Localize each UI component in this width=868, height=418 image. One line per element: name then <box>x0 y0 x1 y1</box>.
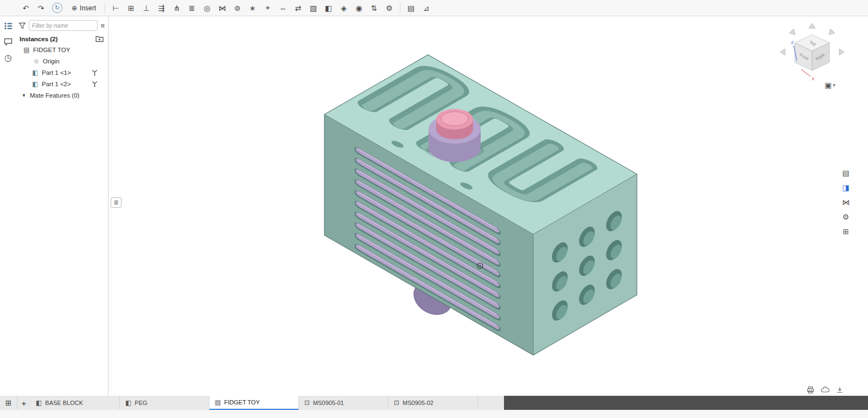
bom-icon[interactable]: ▤ <box>404 1 418 15</box>
tree-item-label: Origin <box>43 58 60 65</box>
part-icon: ◧ <box>31 80 39 88</box>
toolbar-separator <box>400 3 400 13</box>
tree-item-assembly-root[interactable]: ▤ FIDGET TOY <box>16 44 108 55</box>
tab-ms0905-02[interactable]: ⊡ MS0905-02 <box>388 396 478 410</box>
snapshot-icon[interactable]: ⌖ <box>260 1 275 15</box>
insert-icon: ⊕ <box>72 4 77 12</box>
toolbar-separator <box>105 3 105 13</box>
filter-by-name-input[interactable] <box>29 20 98 31</box>
configurations-icon[interactable]: ⚙ <box>382 1 397 15</box>
tree-item-label: Part 1 <2> <box>42 81 71 87</box>
appearance-panel-icon[interactable]: ◨ <box>839 182 852 194</box>
assembly-model[interactable] <box>324 55 637 355</box>
view-cube-arrow-upleft[interactable] <box>789 29 795 35</box>
tree-item-mate-features[interactable]: ▾ Mate Features (0) <box>16 89 108 101</box>
tree-item-label: FIDGET TOY <box>33 47 70 53</box>
group-icon[interactable]: ⊞ <box>124 1 138 15</box>
linear-pattern-icon[interactable]: ≣ <box>184 1 199 15</box>
redo-icon[interactable]: ↷ <box>34 1 48 15</box>
instances-label: Instances (2) <box>20 36 58 42</box>
3d-viewport[interactable]: Top Front Right Z X <box>108 16 868 396</box>
x-axis-label: X <box>812 76 815 81</box>
add-tab-button[interactable]: + <box>17 396 30 410</box>
part-studio-icon: ◧ <box>125 399 131 407</box>
tree-item-origin[interactable]: ◎ Origin <box>16 55 108 67</box>
configurations-panel-icon[interactable]: ⚙ <box>839 211 852 223</box>
tab-fidget-toy[interactable]: ▤ FIDGET TOY <box>209 396 299 410</box>
tab-peg[interactable]: ◧ PEG <box>120 396 209 410</box>
sync-glyph: ↻ <box>55 4 60 11</box>
drag-icon[interactable]: ⇔ <box>276 1 290 15</box>
tab-bar-filler <box>478 396 504 410</box>
tree-item-label: Part 1 <1> <box>42 69 71 76</box>
mate-connector-icon[interactable]: ⋔ <box>169 1 184 15</box>
instances-panel: ≡ Instances (2) ▤ FIDGET TOY ◎ Origin ◧ … <box>16 16 108 396</box>
assembly-instances-icon[interactable] <box>2 20 14 32</box>
view-cube-arrow-up[interactable] <box>809 23 815 28</box>
tab-label: BASE BLOCK <box>45 400 83 406</box>
sync-icon[interactable]: ↻ <box>52 3 62 13</box>
view-cube-arrow-right[interactable] <box>839 49 844 55</box>
tab-ms0905-01[interactable]: ⊡ MS0905-01 <box>299 396 388 410</box>
tree-item-label: Mate Features (0) <box>30 92 79 99</box>
instances-header: Instances (2) <box>16 34 108 44</box>
drawing-icon: ⊡ <box>394 399 399 407</box>
tree-item-part-1-1[interactable]: ◧ Part 1 <1> <box>16 67 108 78</box>
mate-icon[interactable]: ⊢ <box>108 1 123 15</box>
tab-label: MS0905-02 <box>403 400 433 406</box>
z-axis-label: Z <box>791 40 794 45</box>
view-cube: Top Front Right Z X <box>780 23 844 81</box>
origin-icon: ◎ <box>33 58 40 64</box>
download-icon[interactable] <box>835 385 844 394</box>
section-view-icon[interactable]: ◧ <box>321 1 336 15</box>
mate-connector-icon[interactable] <box>91 69 98 76</box>
assembly-toolbar: ↶ ↷ ↻ ⊕ Insert ⊢ ⊞ ⊥ ⇶ ⋔ ≣ ◎ ⋈ ⊚ ∗ ⌖ ⇔ ⇄… <box>0 0 868 16</box>
list-view-options-icon[interactable]: ≡ <box>100 22 105 30</box>
view-cube-arrow-left[interactable] <box>780 49 785 55</box>
tables-panel-icon[interactable]: ⊞ <box>839 226 852 237</box>
mirror-icon[interactable]: ⋈ <box>215 1 229 15</box>
tree-item-part-1-2[interactable]: ◧ Part 1 <2> <box>16 78 108 89</box>
circular-pattern-icon[interactable]: ◎ <box>200 1 214 15</box>
animate-icon[interactable]: ⇄ <box>291 1 305 15</box>
tree-flyout-toggle[interactable]: ≣ <box>111 197 122 208</box>
assembly-icon: ▤ <box>215 398 221 406</box>
filter-icon[interactable] <box>18 22 26 29</box>
tab-label: PEG <box>135 400 147 406</box>
interference-icon[interactable]: ▧ <box>306 1 321 15</box>
appearance-icon[interactable]: ◈ <box>336 1 351 15</box>
named-positions-icon[interactable]: ⇅ <box>367 1 381 15</box>
insert-button[interactable]: ⊕ Insert <box>66 1 101 15</box>
insert-label: Insert <box>80 4 96 12</box>
history-icon[interactable]: ◷ <box>2 52 14 63</box>
tab-label: FIDGET TOY <box>224 399 259 406</box>
filter-row: ≡ <box>16 16 108 34</box>
view-cube-arrow-upright[interactable] <box>829 29 835 35</box>
left-rail: ◷ <box>0 16 16 396</box>
view-options-cube-icon: ▣ <box>825 81 832 89</box>
tab-base-block[interactable]: ◧ BASE BLOCK <box>30 396 120 410</box>
print-icon[interactable] <box>806 385 815 394</box>
measure-icon[interactable]: ⊿ <box>419 1 433 15</box>
replicate-icon[interactable]: ⇶ <box>154 1 169 15</box>
view-options-button[interactable]: ▣ ▾ <box>825 81 835 89</box>
explode-icon[interactable]: ∗ <box>245 1 260 15</box>
bottom-strip <box>0 410 868 418</box>
tabs-menu-icon[interactable]: ⊞ <box>0 396 17 410</box>
part-icon: ◧ <box>31 69 39 76</box>
tab-label: MS0905-01 <box>313 400 344 406</box>
undo-icon[interactable]: ↶ <box>18 1 33 15</box>
drawing-icon: ⊡ <box>304 399 310 407</box>
display-states-icon[interactable]: ◉ <box>352 1 366 15</box>
bolted-connection-icon[interactable]: ⊚ <box>230 1 245 15</box>
cloud-status-icon[interactable] <box>821 385 829 394</box>
fix-icon[interactable]: ⊥ <box>139 1 154 15</box>
comments-icon[interactable] <box>2 36 14 48</box>
part-studio-icon: ◧ <box>36 399 42 407</box>
mate-connector-icon[interactable] <box>91 80 98 87</box>
right-panel-rail: ▤ ◨ ⋈ ⚙ ⊞ <box>839 167 853 237</box>
x-axis-line <box>801 69 810 76</box>
mates-panel-icon[interactable]: ⋈ <box>839 196 852 208</box>
bom-panel-icon[interactable]: ▤ <box>839 167 852 179</box>
add-folder-icon[interactable] <box>95 35 104 42</box>
